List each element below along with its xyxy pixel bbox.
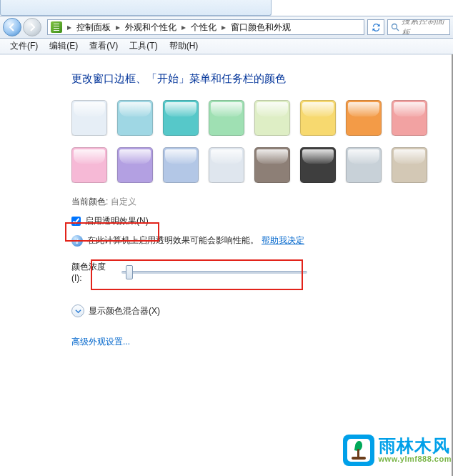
- current-color-line: 当前颜色: 自定义: [71, 196, 453, 208]
- color-swatch-row: [71, 100, 453, 136]
- color-swatch[interactable]: [117, 147, 153, 183]
- breadcrumb-sep-icon[interactable]: ▸: [219, 20, 228, 34]
- window-tab-fragment: [0, 0, 272, 16]
- info-text: 在此计算机上启用透明效果可能会影响性能。: [87, 234, 259, 247]
- breadcrumb-sep-icon[interactable]: ▸: [114, 20, 122, 34]
- color-swatch[interactable]: [209, 100, 244, 136]
- slider-thumb[interactable]: [126, 265, 133, 279]
- color-swatch[interactable]: [163, 100, 199, 136]
- breadcrumb-sep-icon[interactable]: ▸: [65, 20, 74, 34]
- search-input[interactable]: 搜索控制面板: [387, 19, 450, 35]
- back-button[interactable]: [3, 18, 21, 36]
- transparency-label: 启用透明效果(N): [85, 215, 149, 227]
- color-swatch[interactable]: [209, 147, 244, 183]
- menu-view[interactable]: 查看(V): [84, 39, 124, 54]
- menu-help[interactable]: 帮助(H): [164, 39, 204, 54]
- color-swatch[interactable]: [254, 100, 290, 136]
- page-title: 更改窗口边框、「开始」菜单和任务栏的颜色: [71, 72, 453, 86]
- current-color-label: 当前颜色:: [71, 197, 108, 207]
- color-swatch[interactable]: [117, 100, 153, 136]
- color-swatch[interactable]: [254, 147, 290, 183]
- color-swatch[interactable]: [163, 147, 199, 183]
- search-icon: [391, 23, 399, 31]
- content-area: 更改窗口边框、「开始」菜单和任务栏的颜色 当前颜色: 自定义 启用透明效果(N)…: [0, 54, 453, 476]
- breadcrumb-item[interactable]: 控制面板: [74, 21, 114, 34]
- control-panel-icon: [51, 21, 62, 33]
- intensity-label: 颜色浓度(I):: [71, 261, 114, 283]
- help-me-decide-link[interactable]: 帮助我决定: [262, 234, 304, 247]
- mixer-label: 显示颜色混合器(X): [89, 305, 160, 317]
- navigation-bar: ▸ 控制面板 ▸ 外观和个性化 ▸ 个性化 ▸ 窗口颜色和外观 搜索控制面板: [0, 16, 453, 39]
- current-color-value: 自定义: [111, 197, 136, 207]
- menu-tools[interactable]: 工具(T): [124, 39, 163, 54]
- breadcrumb-item[interactable]: 窗口颜色和外观: [228, 21, 294, 34]
- menu-edit[interactable]: 编辑(E): [44, 39, 84, 54]
- menu-bar: 文件(F) 编辑(E) 查看(V) 工具(T) 帮助(H): [0, 39, 453, 54]
- watermark: 雨林木风 www.ylmf888.com: [343, 435, 452, 466]
- refresh-icon: [372, 23, 381, 32]
- address-bar[interactable]: ▸ 控制面板 ▸ 外观和个性化 ▸ 个性化 ▸ 窗口颜色和外观: [47, 19, 364, 35]
- watermark-title: 雨林木风: [379, 437, 452, 455]
- breadcrumb-sep-icon[interactable]: ▸: [179, 20, 188, 34]
- breadcrumb-item[interactable]: 个性化: [188, 21, 219, 34]
- color-swatch[interactable]: [300, 147, 336, 183]
- color-swatch[interactable]: [392, 147, 427, 183]
- color-swatch[interactable]: [392, 100, 427, 136]
- watermark-logo-icon: [343, 435, 374, 466]
- show-color-mixer-expander[interactable]: 显示颜色混合器(X): [71, 304, 453, 317]
- search-placeholder: 搜索控制面板: [402, 19, 447, 35]
- color-swatch[interactable]: [71, 147, 107, 183]
- intensity-slider[interactable]: [121, 271, 307, 274]
- color-swatch-row: [71, 147, 453, 183]
- color-swatch[interactable]: [71, 100, 107, 136]
- info-icon: i: [71, 235, 83, 247]
- arrow-left-icon: [8, 23, 16, 31]
- watermark-url: www.ylmf888.com: [379, 455, 452, 463]
- refresh-button[interactable]: [367, 19, 384, 35]
- enable-transparency-checkbox[interactable]: 启用透明效果(N): [71, 215, 453, 227]
- forward-button[interactable]: [23, 18, 41, 36]
- color-swatch[interactable]: [346, 147, 382, 183]
- arrow-right-icon: [28, 23, 36, 31]
- color-swatch[interactable]: [346, 100, 382, 136]
- breadcrumb-item[interactable]: 外观和个性化: [122, 21, 179, 34]
- transparency-checkbox-input[interactable]: [71, 217, 81, 226]
- chevron-down-icon: [71, 304, 84, 317]
- svg-point-0: [392, 24, 397, 29]
- color-swatch[interactable]: [300, 100, 336, 136]
- advanced-appearance-link[interactable]: 高级外观设置...: [71, 337, 130, 347]
- menu-file[interactable]: 文件(F): [4, 39, 44, 54]
- info-row: i 在此计算机上启用透明效果可能会影响性能。 帮助我决定: [71, 234, 453, 247]
- intensity-slider-row: 颜色浓度(I):: [71, 261, 453, 283]
